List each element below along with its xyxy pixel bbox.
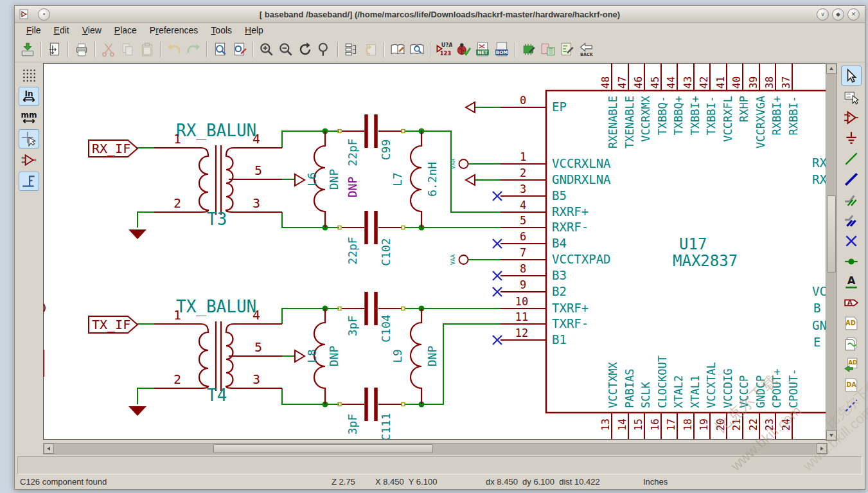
scroll-left-button[interactable] — [44, 444, 54, 454]
place-bus-button[interactable] — [842, 170, 861, 188]
menubar: File Edit View Place Preferences Tools H… — [15, 23, 865, 37]
cursor-tool-button[interactable] — [841, 66, 862, 85]
inductor-l6[interactable]: L6 DNP — [305, 131, 341, 228]
zoom-fit-button[interactable] — [211, 40, 230, 59]
scroll-down-button[interactable] — [826, 430, 837, 440]
place-net-label-button[interactable]: A — [842, 273, 861, 291]
capacitor-c111[interactable]: 3pF C111 — [342, 388, 402, 439]
hierarchy-sheet-select-button[interactable] — [842, 87, 861, 106]
schematic-canvas[interactable]: RX_IF TX_IF VAA VAA RX_BALUN — [43, 63, 826, 440]
capacitor-c102[interactable]: 22pF C102 — [342, 211, 402, 266]
zoom-in-button[interactable] — [257, 40, 276, 59]
wire-to-bus-entry-button[interactable] — [842, 190, 861, 209]
menu-file[interactable]: File — [20, 24, 48, 37]
undo-button[interactable] — [164, 40, 184, 59]
inductor-l7[interactable]: L7 6.2nH — [391, 131, 439, 228]
component-u17[interactable]: U17 MAX2837 0 1 2 3 4 5 6 7 8 9 10 11 12… — [500, 64, 826, 439]
annotate-button[interactable]: U?A123 — [434, 40, 454, 59]
svg-text:VAA: VAA — [450, 254, 456, 265]
find-button[interactable] — [315, 40, 334, 59]
maximize-button[interactable]: ◆ — [832, 8, 844, 21]
erc-button[interactable] — [454, 40, 473, 59]
sheet-settings-button[interactable] — [45, 40, 64, 59]
svg-text:DNP: DNP — [346, 177, 359, 198]
svg-text:CPOUT-: CPOUT- — [787, 369, 800, 408]
save-button[interactable] — [18, 40, 37, 59]
svg-text:RX: RX — [812, 172, 826, 186]
menu-tools[interactable]: Tools — [204, 24, 238, 37]
zoom-redraw-button[interactable] — [230, 40, 249, 59]
find-icon — [317, 42, 332, 57]
scroll-up-button[interactable] — [826, 64, 837, 74]
place-global-label-button[interactable]: A — [842, 293, 861, 312]
cursor-shape-button[interactable] — [19, 129, 39, 148]
leave-sheet-button[interactable] — [361, 40, 380, 59]
library-editor-button[interactable] — [388, 40, 407, 59]
print-button[interactable] — [72, 40, 91, 59]
place-hierarchical-label-button[interactable]: AD — [842, 314, 861, 332]
cut-button[interactable] — [99, 40, 118, 59]
status-zoom: Z 2.75 — [332, 477, 355, 487]
cursor-shape-icon — [21, 131, 37, 147]
hier-label-tx-if[interactable]: TX_IF — [89, 316, 137, 333]
hierarchy-navigator-icon — [344, 42, 359, 57]
redo-button[interactable] — [184, 40, 203, 59]
units-mm-button[interactable]: mm — [19, 109, 39, 127]
menu-view[interactable]: View — [76, 24, 108, 37]
close-button[interactable]: ✕ — [847, 8, 860, 21]
wires[interactable] — [137, 107, 500, 404]
place-component-button[interactable] — [842, 108, 861, 127]
svg-text:B3: B3 — [552, 268, 567, 282]
netlist-button[interactable]: NET — [473, 40, 492, 59]
svg-text:RXRF+: RXRF+ — [552, 204, 589, 219]
menu-preferences[interactable]: Preferences — [143, 24, 205, 37]
menu-help[interactable]: Help — [238, 24, 270, 37]
transformer-t3[interactable]: RX_BALUN T3 1 2 4 5 3 — [154, 121, 282, 229]
hier-label-rx-if[interactable]: RX_IF — [89, 140, 137, 157]
paste-button[interactable] — [137, 40, 157, 59]
horizontal-scroll-handle[interactable] — [213, 444, 433, 453]
library-browser-button[interactable] — [407, 40, 427, 59]
bus-to-bus-entry-button[interactable] — [842, 211, 861, 229]
place-hierarchical-sheet-button[interactable] — [842, 334, 861, 353]
inductor-l9[interactable]: L9 DNP — [391, 309, 439, 404]
import-sheet-pin-button[interactable]: AD — [842, 355, 861, 373]
bom-button[interactable]: BOM — [492, 40, 511, 59]
hv-orientation-button[interactable] — [19, 172, 39, 191]
place-sheet-pin-button[interactable]: DA — [842, 375, 861, 394]
place-junction-button[interactable] — [842, 252, 861, 271]
hidden-pins-button[interactable] — [19, 151, 39, 169]
inductor-l8[interactable]: L8 DNP — [305, 309, 341, 404]
zoom-out-button[interactable] — [276, 40, 296, 59]
place-graphic-line-button[interactable] — [842, 396, 861, 415]
library-editor-icon — [390, 42, 405, 57]
window-menu-button[interactable]: • — [38, 8, 50, 21]
status-message: C126 component found — [20, 477, 107, 487]
scroll-right-button[interactable] — [817, 444, 827, 454]
menu-place[interactable]: Place — [108, 24, 143, 37]
transformer-t4[interactable]: TX_BALUN T4 1 2 4 5 3 — [154, 297, 282, 405]
svg-text:GNDRXLNA: GNDRXLNA — [552, 172, 611, 186]
vertical-scrollbar[interactable] — [826, 63, 837, 441]
minimize-button[interactable]: ∨ — [817, 8, 829, 21]
capacitor-c104[interactable]: 3pF C104 — [342, 292, 402, 343]
clipped-component-fragments — [44, 302, 45, 376]
refresh-button[interactable] — [296, 40, 315, 59]
run-pcbnew-button[interactable] — [558, 40, 577, 59]
assign-footprints-button[interactable] — [519, 40, 538, 59]
hierarchy-navigator-button[interactable] — [342, 40, 361, 59]
copy-button[interactable] — [118, 40, 137, 59]
back-annotate-button[interactable]: BACK — [577, 40, 596, 59]
run-pcbnew-icon — [560, 42, 575, 57]
no-connect-tool-button[interactable] — [842, 231, 861, 250]
grid-toggle-button[interactable] — [19, 66, 39, 84]
units-inches-button[interactable]: In — [19, 87, 39, 106]
place-wire-button[interactable] — [842, 149, 861, 168]
vertical-scroll-handle[interactable] — [827, 195, 836, 273]
place-power-port-button[interactable] — [842, 129, 861, 147]
horizontal-scrollbar[interactable] — [43, 443, 828, 454]
menu-edit[interactable]: Edit — [48, 24, 76, 37]
sheet-cursor-icon — [844, 89, 859, 105]
zoom-out-icon — [278, 42, 294, 57]
run-cvpcb-button[interactable] — [538, 40, 558, 59]
